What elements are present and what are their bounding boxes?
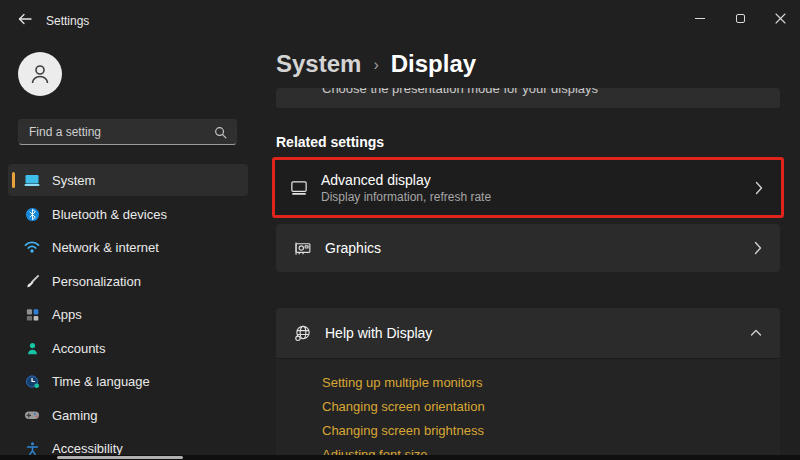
maximize-button[interactable] — [720, 0, 760, 36]
minimize-icon — [695, 18, 705, 19]
personalization-icon — [24, 273, 40, 289]
window-controls — [680, 0, 800, 36]
sidebar-item-time-language[interactable]: Time & language — [8, 365, 248, 397]
sidebar-item-label: Bluetooth & devices — [52, 207, 167, 222]
advanced-display-subtitle: Display information, refresh rate — [321, 190, 755, 204]
window-edge-highlight — [57, 456, 183, 459]
chevron-up-icon — [750, 329, 762, 337]
chevron-right-icon — [754, 241, 762, 255]
help-header[interactable]: Help with Display — [276, 308, 780, 358]
help-title: Help with Display — [325, 325, 750, 341]
sidebar-item-apps[interactable]: Apps — [8, 298, 248, 330]
graphics-text: Graphics — [325, 240, 754, 256]
main-content: System › Display Choose the presentation… — [276, 40, 780, 460]
close-icon — [775, 13, 786, 24]
section-heading: Related settings — [276, 134, 384, 150]
page-title: Display — [391, 50, 476, 78]
sidebar-item-label: Network & internet — [52, 240, 159, 255]
sidebar-item-network[interactable]: Network & internet — [8, 231, 248, 263]
sidebar-item-label: Accessibility — [52, 441, 123, 456]
bluetooth-icon — [24, 206, 40, 222]
help-links: Setting up multiple monitors Changing sc… — [276, 358, 780, 460]
app-title: Settings — [46, 14, 89, 28]
time-language-icon — [24, 373, 40, 389]
avatar[interactable] — [18, 52, 62, 96]
search-box — [18, 119, 237, 145]
network-icon — [24, 239, 40, 255]
gpu-icon — [293, 238, 313, 258]
apps-icon — [24, 306, 40, 322]
sidebar-item-label: Gaming — [52, 408, 98, 423]
person-icon — [27, 61, 53, 87]
chevron-right-icon — [755, 181, 763, 195]
titlebar: Settings — [0, 0, 800, 40]
sidebar: System Bluetooth & devices Networ — [0, 40, 260, 460]
accounts-icon — [24, 340, 40, 356]
sidebar-item-label: System — [52, 173, 95, 188]
graphics-card[interactable]: Graphics — [276, 224, 780, 272]
breadcrumb: System › Display — [276, 50, 476, 78]
graphics-title: Graphics — [325, 240, 754, 256]
help-link-multiple-monitors[interactable]: Setting up multiple monitors — [322, 375, 482, 391]
maximize-icon — [736, 14, 745, 23]
sidebar-item-bluetooth[interactable]: Bluetooth & devices — [8, 198, 248, 230]
sidebar-item-personalization[interactable]: Personalization — [8, 265, 248, 297]
gaming-icon — [24, 407, 40, 423]
back-arrow-icon — [18, 12, 32, 26]
sidebar-item-accounts[interactable]: Accounts — [8, 332, 248, 364]
monitor-icon — [289, 178, 309, 198]
system-icon — [24, 172, 40, 188]
help-link-screen-brightness[interactable]: Changing screen brightness — [322, 423, 484, 439]
breadcrumb-separator-icon: › — [373, 56, 378, 74]
help-card: Help with Display Setting up multiple mo… — [276, 308, 780, 460]
accessibility-icon — [24, 440, 40, 456]
search-icon — [214, 126, 227, 139]
sidebar-item-gaming[interactable]: Gaming — [8, 399, 248, 431]
breadcrumb-system[interactable]: System — [276, 50, 361, 78]
clipped-setting-label: Choose the presentation mode for your di… — [276, 88, 780, 96]
selected-indicator — [12, 172, 15, 188]
clipped-setting-card[interactable]: Choose the presentation mode for your di… — [276, 88, 780, 108]
advanced-display-text: Advanced display Display information, re… — [321, 172, 755, 204]
search-input[interactable] — [19, 125, 214, 139]
sidebar-item-system[interactable]: System — [8, 164, 248, 196]
back-button[interactable] — [10, 5, 40, 33]
close-button[interactable] — [760, 0, 800, 36]
sidebar-item-label: Personalization — [52, 274, 141, 289]
sidebar-item-label: Accounts — [52, 341, 105, 356]
advanced-display-title: Advanced display — [321, 172, 755, 188]
globe-search-icon — [293, 323, 313, 343]
advanced-display-card[interactable]: Advanced display Display information, re… — [272, 157, 784, 218]
sidebar-item-label: Time & language — [52, 374, 150, 389]
minimize-button[interactable] — [680, 0, 720, 36]
help-text: Help with Display — [325, 325, 750, 341]
help-link-screen-orientation[interactable]: Changing screen orientation — [322, 399, 485, 415]
sidebar-item-label: Apps — [52, 307, 82, 322]
